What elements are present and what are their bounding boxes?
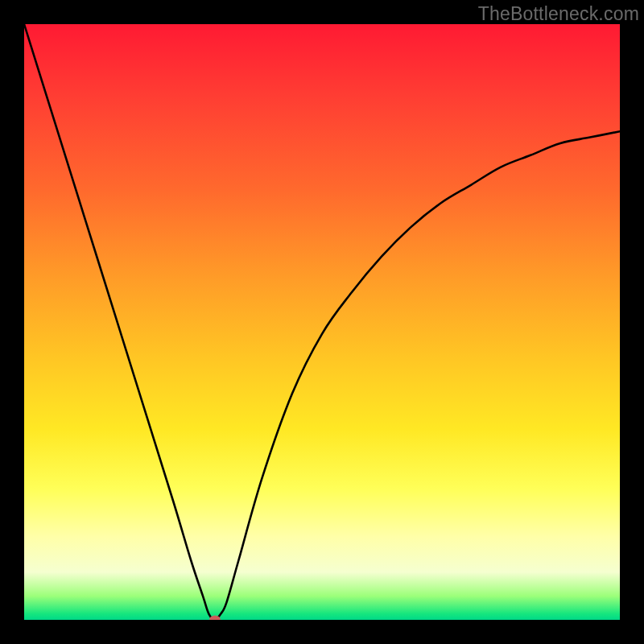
watermark-text: TheBottleneck.com <box>478 3 639 25</box>
chart-container: TheBottleneck.com <box>0 0 644 644</box>
minimum-marker-icon <box>209 616 221 621</box>
bottleneck-curve <box>24 24 620 620</box>
plot-area <box>24 24 620 620</box>
